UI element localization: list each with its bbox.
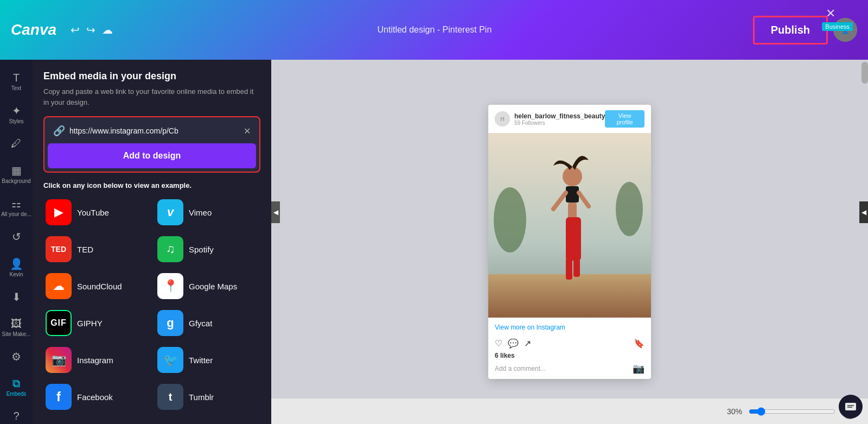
redo-button[interactable]: ↪ [86, 23, 95, 36]
media-item-giphy[interactable]: GIF GIPHY [43, 308, 149, 338]
topbar: Canva ↩ ↪ ☁ Untitled design - Pinterest … [0, 0, 868, 60]
example-label: Click on any icon below to view an examp… [43, 181, 260, 189]
canva-logo[interactable]: Canva [11, 21, 56, 39]
zoom-slider[interactable] [749, 407, 835, 416]
sidebar-item-download[interactable]: ⬇ [0, 287, 33, 308]
media-item-facebook[interactable]: f Facebook [43, 382, 149, 412]
sidebar-item-all-designs[interactable]: ⚏ All your de... [0, 194, 33, 220]
sidebar-item-kevin[interactable]: 👤 Kevin [0, 254, 33, 281]
ig-view-more-link[interactable]: View more on Instagram [495, 324, 565, 331]
ig-more-link[interactable]: View more on Instagram [488, 318, 651, 336]
media-item-vimeo[interactable]: v Vimeo [155, 197, 260, 227]
zoom-label: 30% [727, 407, 742, 416]
embeds-icon: ⧉ [12, 377, 20, 390]
url-clear-button[interactable]: ✕ [244, 126, 251, 136]
media-item-ted[interactable]: TED TED [43, 234, 149, 264]
settings-icon: ⚙ [11, 350, 21, 363]
ig-actions: ♡ 💬 ↗ 🔖 [488, 336, 651, 351]
youtube-icon: ▶ [46, 199, 72, 225]
sidebar-item-text[interactable]: T Text [0, 68, 33, 94]
sidebar-item-history[interactable]: ↺ [0, 227, 33, 248]
canvas-area: H helen_barlow_fitness_beauty 59 Followe… [271, 60, 868, 424]
instagram-label: Instagram [77, 356, 113, 365]
link-icon: 🔗 [53, 125, 65, 137]
media-item-gfycat[interactable]: g Gfycat [155, 308, 260, 338]
all-designs-icon: ⚏ [11, 197, 21, 210]
sidebar-item-help[interactable]: ? [0, 407, 33, 424]
text-icon: T [13, 72, 20, 84]
horizontal-scrollbar[interactable] [271, 393, 861, 398]
ig-view-profile-button[interactable]: View profile [605, 110, 644, 128]
sidebar-item-background[interactable]: ▦ Background [0, 161, 33, 187]
media-grid: ▶ YouTube v Vimeo TED TED ♫ Spotify ☁ So… [43, 197, 260, 412]
sidebar-item-styles[interactable]: ✦ Styles [0, 101, 33, 128]
media-item-google-maps[interactable]: 📍 Google Maps [155, 271, 260, 301]
facebook-label: Facebook [77, 393, 113, 402]
media-item-instagram[interactable]: 📷 Instagram [43, 345, 149, 375]
soundcloud-label: SoundCloud [77, 282, 122, 291]
panel-collapse-right[interactable]: ◀ [271, 201, 280, 223]
ig-instagram-icon: 📷 [633, 363, 644, 375]
twitter-icon: 🐦 [157, 347, 183, 373]
vertical-scrollbar[interactable] [861, 60, 868, 396]
svg-rect-5 [488, 274, 651, 318]
vscroll-thumb[interactable] [861, 62, 868, 84]
svg-point-7 [616, 182, 643, 236]
svg-rect-9 [566, 186, 579, 202]
google-maps-label: Google Maps [189, 282, 237, 291]
add-to-design-button[interactable]: Add to design [48, 143, 256, 168]
close-button[interactable]: ✕ [826, 7, 835, 21]
panel-collapse-left[interactable]: ◀ [859, 201, 868, 223]
media-item-tumblr[interactable]: t Tumblr [155, 382, 260, 412]
ig-bookmark-icon[interactable]: 🔖 [634, 338, 644, 349]
ig-share-icon[interactable]: ↗ [524, 338, 531, 349]
tumblr-icon: t [157, 384, 183, 410]
sidebar-item-embeds[interactable]: ⧉ Embeds [0, 374, 33, 400]
instagram-icon: 📷 [46, 347, 72, 373]
vimeo-label: Vimeo [189, 208, 212, 217]
media-item-spotify[interactable]: ♫ Spotify [155, 234, 260, 264]
kevin-icon: 👤 [10, 257, 23, 270]
url-input-wrapper: 🔗 ✕ Add to design [43, 116, 260, 173]
styles-icon: ✦ [12, 104, 21, 117]
giphy-icon: GIF [46, 310, 72, 336]
media-item-twitter[interactable]: 🐦 Twitter [155, 345, 260, 375]
embed-panel: Embed media in your design Copy and past… [33, 60, 271, 424]
publish-button[interactable]: Publish [753, 16, 828, 45]
business-badge: Business [822, 22, 853, 31]
history-icon: ↺ [12, 230, 21, 243]
media-item-soundcloud[interactable]: ☁ SoundCloud [43, 271, 149, 301]
svg-point-6 [494, 187, 526, 252]
ig-username: helen_barlow_fitness_beauty [514, 112, 605, 120]
ig-likes: 6 likes [488, 351, 651, 360]
sidebar-item-brand[interactable]: 🖊 [0, 134, 33, 154]
svg-rect-16 [845, 403, 856, 410]
svg-point-8 [563, 167, 582, 186]
youtube-label: YouTube [77, 208, 109, 217]
facebook-icon: f [46, 384, 72, 410]
chat-fab[interactable] [839, 395, 863, 419]
spotify-icon: ♫ [157, 236, 183, 262]
media-item-youtube[interactable]: ▶ YouTube [43, 197, 149, 227]
brand-icon: 🖊 [11, 137, 22, 150]
svg-rect-10 [568, 202, 577, 219]
url-input[interactable] [69, 126, 244, 135]
cloud-save-button[interactable]: ☁ [102, 23, 113, 36]
undo-button[interactable]: ↩ [71, 23, 80, 36]
ig-comment-row: Add a comment... 📷 [488, 360, 651, 379]
sidebar-item-site-marker[interactable]: 🖼 Site Make... [0, 314, 33, 340]
vimeo-icon: v [157, 199, 183, 225]
ig-like-icon[interactable]: ♡ [495, 338, 502, 349]
sidebar-item-settings[interactable]: ⚙ [0, 347, 33, 368]
svg-rect-13 [573, 250, 580, 277]
google-maps-icon: 📍 [157, 273, 183, 299]
design-title: Untitled design - Pinterest Pin [116, 25, 753, 35]
ig-comment-icon[interactable]: 💬 [508, 338, 519, 349]
gfycat-label: Gfycat [189, 319, 212, 328]
site-marker-icon: 🖼 [11, 318, 22, 330]
download-icon: ⬇ [12, 290, 21, 303]
ig-header: H helen_barlow_fitness_beauty 59 Followe… [488, 105, 651, 133]
ig-comment-placeholder[interactable]: Add a comment... [495, 365, 546, 372]
gfycat-icon: g [157, 310, 183, 336]
soundcloud-icon: ☁ [46, 273, 72, 299]
